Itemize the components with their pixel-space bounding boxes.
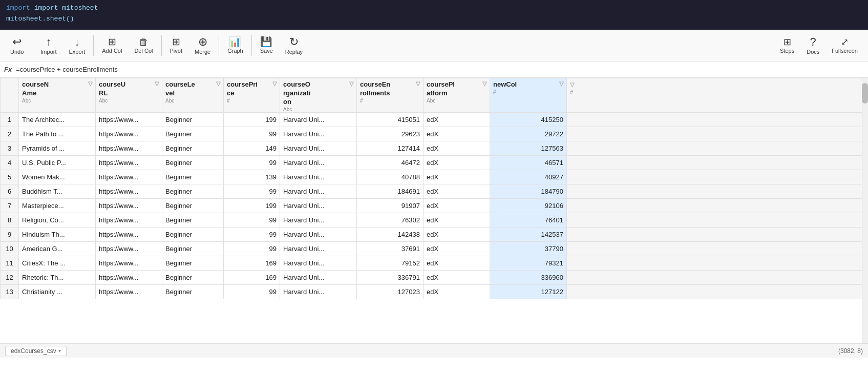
filter-courseenroll-icon[interactable]: ▽ xyxy=(416,80,420,87)
merge-button[interactable]: ⊕ Merge xyxy=(188,31,217,60)
cell-courseenroll[interactable]: 336791 xyxy=(357,270,424,284)
cell-courseorg[interactable]: Harvard Uni... xyxy=(280,270,357,284)
cell-courseenroll[interactable]: 46472 xyxy=(357,155,424,170)
cell-newcol[interactable]: 415250 xyxy=(490,112,567,127)
cell-courseprice[interactable]: 99 xyxy=(224,127,280,141)
cell-coursename[interactable]: CitiesX: The ... xyxy=(19,256,96,270)
col-header-courseurl[interactable]: courseURL Abc ▽ xyxy=(96,78,162,113)
cell-newcol[interactable]: 127563 xyxy=(490,141,567,155)
steps-button[interactable]: ⊞ Steps xyxy=(774,31,800,60)
cell-courseprice[interactable]: 99 xyxy=(224,227,280,241)
cell-courseenroll[interactable]: 142438 xyxy=(357,227,424,241)
table-row[interactable]: 8 Religion, Co... https://www... Beginne… xyxy=(1,213,868,227)
cell-courseprice[interactable]: 199 xyxy=(224,112,280,127)
cell-courseenroll[interactable]: 29623 xyxy=(357,127,424,141)
cell-courseurl[interactable]: https://www... xyxy=(96,170,162,184)
cell-newcol[interactable]: 79321 xyxy=(490,256,567,270)
replay-button[interactable]: ↻ Replay xyxy=(279,31,309,60)
cell-courseplat[interactable]: edX xyxy=(424,184,490,198)
cell-courseorg[interactable]: Harvard Uni... xyxy=(280,213,357,227)
cell-courseurl[interactable]: https://www... xyxy=(96,284,162,299)
cell-courseprice[interactable]: 99 xyxy=(224,284,280,299)
table-row[interactable]: 10 American G... https://www... Beginner… xyxy=(1,241,868,256)
cell-courseplat[interactable]: edX xyxy=(424,227,490,241)
cell-courseurl[interactable]: https://www... xyxy=(96,241,162,256)
filter-courseorg-icon[interactable]: ▽ xyxy=(349,80,353,87)
cell-coursename[interactable]: Pyramids of ... xyxy=(19,141,96,155)
export-button[interactable]: ↓ Export xyxy=(62,31,91,60)
cell-courseenroll[interactable]: 127023 xyxy=(357,284,424,299)
cell-courselevel[interactable]: Beginner xyxy=(162,270,224,284)
cell-newcol[interactable]: 336960 xyxy=(490,270,567,284)
cell-courseenroll[interactable]: 37691 xyxy=(357,241,424,256)
cell-courseurl[interactable]: https://www... xyxy=(96,198,162,213)
cell-coursename[interactable]: Buddhism T... xyxy=(19,184,96,198)
cell-newcol[interactable]: 40927 xyxy=(490,170,567,184)
cell-courseenroll[interactable]: 76302 xyxy=(357,213,424,227)
cell-coursename[interactable]: Hinduism Th... xyxy=(19,227,96,241)
cell-newcol[interactable]: 92106 xyxy=(490,198,567,213)
cell-courselevel[interactable]: Beginner xyxy=(162,112,224,127)
table-row[interactable]: 9 Hinduism Th... https://www... Beginner… xyxy=(1,227,868,241)
filter-coursename-icon[interactable]: ▽ xyxy=(88,80,92,87)
cell-courseprice[interactable]: 99 xyxy=(224,241,280,256)
cell-courseorg[interactable]: Harvard Uni... xyxy=(280,127,357,141)
graph-button[interactable]: 📊 Graph xyxy=(221,31,249,60)
cell-courseplat[interactable]: edX xyxy=(424,270,490,284)
cell-courseorg[interactable]: Harvard Uni... xyxy=(280,284,357,299)
col-header-coursename[interactable]: courseNAme Abc ▽ xyxy=(19,78,96,113)
cell-courseorg[interactable]: Harvard Uni... xyxy=(280,155,357,170)
add-col-button[interactable]: ⊞ Add Col xyxy=(96,31,128,60)
cell-courselevel[interactable]: Beginner xyxy=(162,227,224,241)
cell-courseurl[interactable]: https://www... xyxy=(96,256,162,270)
table-row[interactable]: 5 Women Mak... https://www... Beginner 1… xyxy=(1,170,868,184)
cell-courseplat[interactable]: edX xyxy=(424,170,490,184)
cell-courseurl[interactable]: https://www... xyxy=(96,184,162,198)
sheet-tab-dropdown-icon[interactable]: ▾ xyxy=(58,348,61,354)
cell-courseprice[interactable]: 99 xyxy=(224,155,280,170)
cell-coursename[interactable]: Christianity ... xyxy=(19,284,96,299)
undo-button[interactable]: ↩ Undo xyxy=(4,31,30,60)
cell-courseurl[interactable]: https://www... xyxy=(96,141,162,155)
cell-courselevel[interactable]: Beginner xyxy=(162,127,224,141)
cell-coursename[interactable]: U.S. Public P... xyxy=(19,155,96,170)
cell-courselevel[interactable]: Beginner xyxy=(162,141,224,155)
cell-courselevel[interactable]: Beginner xyxy=(162,155,224,170)
cell-courseprice[interactable]: 99 xyxy=(224,184,280,198)
cell-courseorg[interactable]: Harvard Uni... xyxy=(280,227,357,241)
cell-coursename[interactable]: The Architec... xyxy=(19,112,96,127)
cell-courseenroll[interactable]: 79152 xyxy=(357,256,424,270)
col-header-courseenroll[interactable]: courseEnrollments # ▽ xyxy=(357,78,424,113)
cell-courseurl[interactable]: https://www... xyxy=(96,155,162,170)
cell-courselevel[interactable]: Beginner xyxy=(162,184,224,198)
cell-courseenroll[interactable]: 91907 xyxy=(357,198,424,213)
cell-courseurl[interactable]: https://www... xyxy=(96,227,162,241)
cell-newcol[interactable]: 37790 xyxy=(490,241,567,256)
cell-courseorg[interactable]: Harvard Uni... xyxy=(280,141,357,155)
cell-courseplat[interactable]: edX xyxy=(424,213,490,227)
table-row[interactable]: 13 Christianity ... https://www... Begin… xyxy=(1,284,868,299)
cell-courseenroll[interactable]: 415051 xyxy=(357,112,424,127)
col-header-courseplat[interactable]: coursePlatform Abc ▽ xyxy=(424,78,490,113)
cell-courseenroll[interactable]: 184691 xyxy=(357,184,424,198)
cell-courseprice[interactable]: 99 xyxy=(224,213,280,227)
cell-courseplat[interactable]: edX xyxy=(424,127,490,141)
table-row[interactable]: 7 Masterpiece... https://www... Beginner… xyxy=(1,198,868,213)
table-row[interactable]: 6 Buddhism T... https://www... Beginner … xyxy=(1,184,868,198)
cell-courselevel[interactable]: Beginner xyxy=(162,213,224,227)
filter-courseurl-icon[interactable]: ▽ xyxy=(155,80,159,87)
cell-courseorg[interactable]: Harvard Uni... xyxy=(280,256,357,270)
cell-courseorg[interactable]: Harvard Uni... xyxy=(280,184,357,198)
cell-courselevel[interactable]: Beginner xyxy=(162,284,224,299)
cell-courseorg[interactable]: Harvard Uni... xyxy=(280,170,357,184)
table-row[interactable]: 4 U.S. Public P... https://www... Beginn… xyxy=(1,155,868,170)
docs-button[interactable]: ? Docs xyxy=(800,31,825,60)
cell-coursename[interactable]: American G... xyxy=(19,241,96,256)
cell-newcol[interactable]: 184790 xyxy=(490,184,567,198)
cell-courseurl[interactable]: https://www... xyxy=(96,127,162,141)
table-row[interactable]: 2 The Path to ... https://www... Beginne… xyxy=(1,127,868,141)
filter-courseprice-icon[interactable]: ▽ xyxy=(272,80,277,87)
table-row[interactable]: 1 The Architec... https://www... Beginne… xyxy=(1,112,868,127)
del-col-button[interactable]: 🗑 Del Col xyxy=(128,31,159,60)
cell-coursename[interactable]: Religion, Co... xyxy=(19,213,96,227)
